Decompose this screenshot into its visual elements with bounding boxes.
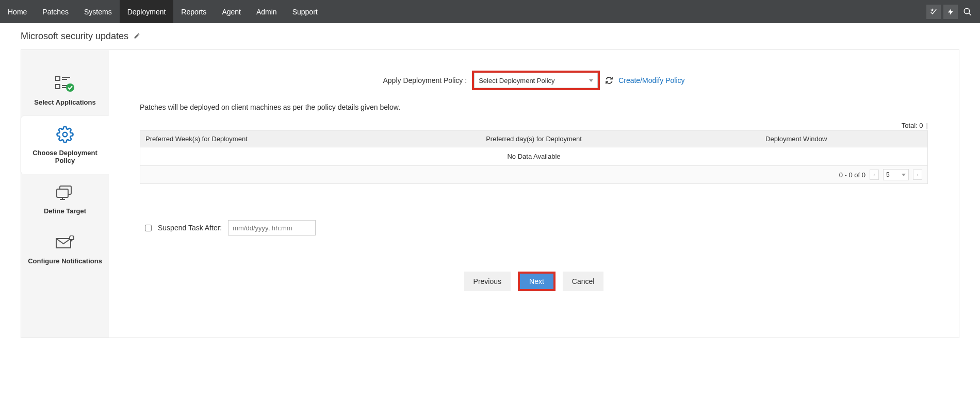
nav-support[interactable]: Support [285, 0, 325, 23]
step-choose-deployment-policy[interactable]: Choose Deployment Policy [21, 116, 109, 174]
suspend-task-label: Suspend Task After: [158, 224, 222, 232]
rocket-icon[interactable] [926, 5, 941, 19]
nav-patches[interactable]: Patches [35, 0, 76, 23]
table-empty-text: No Data Available [140, 147, 927, 165]
svg-line-1 [969, 13, 971, 15]
content-panel: Apply Deployment Policy : Select Deploym… [109, 50, 959, 338]
suspend-datetime-input[interactable] [228, 220, 316, 235]
next-button-highlight: Next [518, 272, 556, 291]
bolt-icon[interactable] [943, 5, 958, 19]
table-total: Total: 0| [140, 122, 928, 129]
page-title-row: Microsoft security updates [0, 23, 980, 49]
suspend-task-checkbox[interactable] [145, 225, 152, 231]
prev-page-button[interactable]: ‹ [870, 170, 879, 180]
apply-policy-label: Apply Deployment Policy : [383, 76, 467, 85]
nav-left: Home Patches Systems Deployment Reports … [0, 0, 325, 23]
policy-select-highlight: Select Deployment Policy [472, 71, 600, 90]
page-title: Microsoft security updates [21, 31, 128, 42]
step-define-target[interactable]: Define Target [21, 174, 109, 225]
next-page-button[interactable]: › [913, 170, 922, 180]
wizard-container: Select Applications Choose Deployment Po… [21, 49, 959, 338]
step-configure-notifications[interactable]: Configure Notifications [21, 224, 109, 275]
suspend-row: Suspend Task After: [145, 220, 943, 235]
next-button[interactable]: Next [520, 274, 553, 289]
svg-point-15 [71, 240, 73, 242]
monitors-icon [56, 183, 74, 202]
steps-sidebar: Select Applications Choose Deployment Po… [21, 50, 109, 338]
top-navbar: Home Patches Systems Deployment Reports … [0, 0, 980, 23]
cancel-button[interactable]: Cancel [563, 272, 604, 291]
deployment-policy-select[interactable]: Select Deployment Policy [474, 73, 598, 88]
table-footer: 0 - 0 of 0 ‹ 5 › [140, 165, 927, 183]
nav-agent[interactable]: Agent [214, 0, 249, 23]
gear-icon [56, 125, 74, 144]
nav-deployment[interactable]: Deployment [120, 0, 174, 23]
table-range: 0 - 0 of 0 [839, 171, 865, 179]
chevron-down-icon [589, 79, 593, 82]
svg-point-8 [66, 83, 74, 92]
col-preferred-day: Preferred day(s) for Deployment [403, 131, 665, 147]
svg-rect-2 [56, 76, 60, 80]
chevron-down-icon [902, 174, 906, 176]
edit-icon[interactable] [134, 32, 140, 41]
create-modify-policy-link[interactable]: Create/Modify Policy [618, 76, 684, 85]
step-label: Select Applications [34, 98, 95, 107]
svg-rect-11 [57, 189, 68, 197]
step-select-applications[interactable]: Select Applications [21, 65, 109, 116]
policy-row: Apply Deployment Policy : Select Deploym… [124, 71, 943, 90]
col-deployment-window: Deployment Window [665, 131, 927, 147]
previous-button[interactable]: Previous [464, 272, 511, 291]
nav-right [926, 0, 980, 23]
table-header: Preferred Week(s) for Deployment Preferr… [140, 131, 927, 147]
svg-point-9 [63, 132, 68, 137]
refresh-icon[interactable] [605, 76, 613, 85]
step-label: Define Target [44, 207, 86, 215]
policy-table: Preferred Week(s) for Deployment Preferr… [140, 130, 928, 184]
col-preferred-week: Preferred Week(s) for Deployment [140, 131, 403, 147]
step-label: Configure Notifications [28, 257, 102, 265]
svg-rect-5 [56, 85, 60, 89]
checklist-icon [55, 75, 75, 93]
mail-bell-icon [55, 233, 75, 252]
nav-systems[interactable]: Systems [76, 0, 120, 23]
page-size-select[interactable]: 5 [883, 169, 909, 180]
select-value: Select Deployment Policy [479, 77, 554, 85]
nav-home[interactable]: Home [0, 0, 35, 23]
step-label: Choose Deployment Policy [26, 149, 104, 165]
policy-info-text: Patches will be deployed on client machi… [140, 103, 928, 111]
wizard-buttons: Previous Next Cancel [124, 272, 943, 291]
nav-reports[interactable]: Reports [173, 0, 214, 23]
nav-admin[interactable]: Admin [249, 0, 285, 23]
search-icon[interactable] [960, 5, 975, 19]
svg-point-0 [964, 8, 970, 14]
